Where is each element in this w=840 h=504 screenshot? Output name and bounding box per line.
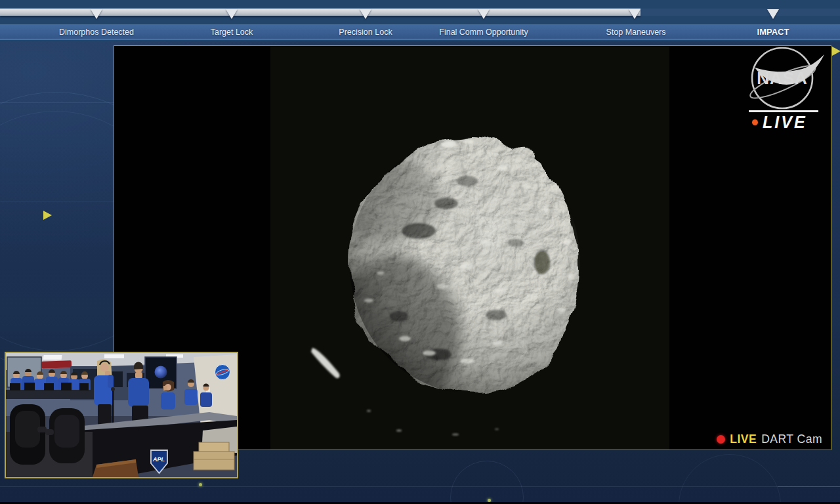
- timeline-marker-final-comm: [478, 9, 490, 19]
- nasa-insignia-logo: NASA: [744, 47, 823, 112]
- broadcast-screen: Dimorphos Detected Target Lock Precision…: [0, 0, 840, 504]
- office-chair-1: [10, 404, 47, 465]
- blueprint-line-bottom-bright: [778, 486, 840, 487]
- timeline-marker-dimorphos-detected: [91, 9, 102, 19]
- timeline-label-target-lock: Target Lock: [211, 24, 253, 40]
- dart-camera-view: [270, 46, 669, 450]
- insignia-brand-text: NASA: [757, 68, 808, 88]
- storage-boxes: [194, 442, 234, 470]
- timeline-label-final-comm: Final Comm Opportunity: [439, 24, 528, 40]
- blueprint-line-left-2: [0, 201, 114, 201]
- timeline-marker-impact: [767, 9, 779, 19]
- timeline-marker-stop-maneuvers: [629, 9, 640, 19]
- caption-live-label: LIVE: [730, 432, 757, 446]
- apl-shield-text: APL: [152, 456, 165, 463]
- green-dot-marker-1: [199, 483, 202, 486]
- blueprint-circle-bottom-right: [679, 454, 781, 504]
- blueprint-circle-bottom-center: [450, 461, 524, 504]
- timeline-label-precision-lock: Precision Lock: [339, 24, 392, 40]
- watermark-live-label: LIVE: [763, 113, 807, 132]
- wall-red-sign: [41, 360, 72, 369]
- yellow-arrow-icon-right: [832, 47, 840, 56]
- watermark-divider: [749, 110, 818, 112]
- nasa-live-watermark: NASA LIVE: [744, 47, 823, 115]
- mission-control-pip: APL: [5, 352, 238, 478]
- timeline-label-impact: IMPACT: [757, 24, 789, 40]
- mission-timeline: Dimorphos Detected Target Lock Precision…: [0, 0, 840, 41]
- camera-caption: LIVE DART Cam: [717, 432, 822, 446]
- timeline-label-stop-maneuvers: Stop Maneuvers: [606, 24, 665, 40]
- timeline-marker-precision-lock: [360, 9, 371, 19]
- record-dot-icon: [717, 435, 725, 444]
- blueprint-line-left-1: [0, 102, 114, 103]
- yellow-arrow-icon-left: [43, 211, 52, 220]
- timeline-label-band: Dimorphos Detected Target Lock Precision…: [0, 24, 840, 40]
- nasa-meatball-wall-logo: [215, 365, 230, 380]
- timeline-marker-target-lock: [226, 9, 238, 19]
- timeline-label-dimorphos-detected: Dimorphos Detected: [59, 24, 134, 40]
- back-desk-row: [6, 383, 98, 399]
- office-chair-2: [45, 408, 85, 463]
- mission-control-scene: APL: [6, 353, 237, 477]
- live-dot-icon: [752, 119, 758, 125]
- caption-camera-label: DART Cam: [761, 432, 822, 446]
- asteroid-on-monitor: [155, 366, 167, 379]
- blueprint-line-bottom: [0, 486, 840, 487]
- asteroid-dimorphos: [270, 46, 669, 450]
